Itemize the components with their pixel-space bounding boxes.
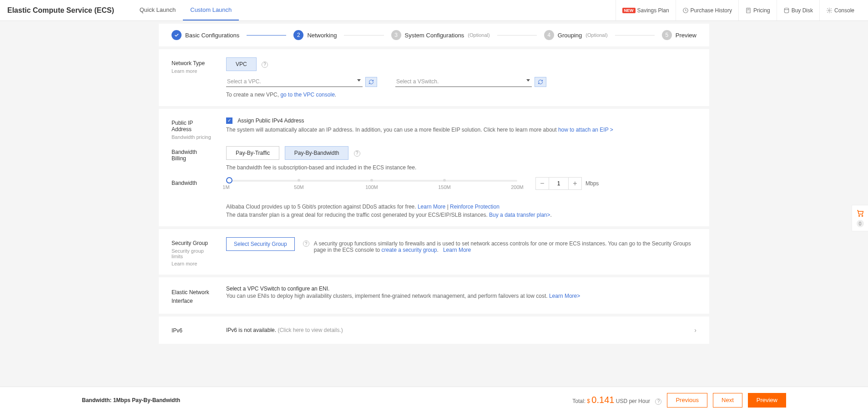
new-badge: NEW <box>622 8 636 13</box>
step-networking[interactable]: 2 Networking <box>293 30 337 40</box>
chevron-right-icon: › <box>694 326 696 334</box>
svg-point-3 <box>828 10 830 11</box>
vpc-refresh-button[interactable] <box>365 77 377 87</box>
security-group-label: Security Group Security group limits Lea… <box>172 237 212 266</box>
slider-thumb[interactable] <box>226 177 232 184</box>
header-actions: NEW Savings Plan Purchase History Pricin… <box>616 0 861 20</box>
billing-note: The bandwidth fee is subscription-based … <box>226 164 696 171</box>
assign-ipv4-label: Assign Public IPv4 Address <box>237 117 304 124</box>
buy-data-transfer-link[interactable]: Buy a data transfer plan> <box>489 212 550 218</box>
vswitch-select[interactable]: Select a VSwitch. <box>395 76 532 87</box>
chevron-down-icon <box>357 79 361 82</box>
svg-point-5 <box>862 215 863 216</box>
svg-point-4 <box>858 215 859 216</box>
step-system[interactable]: 3 System Configurations (Optional) <box>391 30 490 40</box>
sg-limits-link[interactable]: Security group limits <box>172 248 212 259</box>
bandwidth-input[interactable] <box>549 178 569 189</box>
bandwidth-increase-button[interactable]: + <box>569 178 581 189</box>
eni-line1: Select a VPC VSwitch to configure an ENI… <box>226 286 696 292</box>
console-link[interactable]: Console <box>819 0 861 20</box>
check-icon <box>172 30 182 40</box>
eni-label: Elastic Network Interface <box>172 286 212 306</box>
cart-icon <box>856 209 864 217</box>
tab-quick-launch[interactable]: Quick Launch <box>132 0 183 20</box>
bandwidth-pricing-link[interactable]: Bandwidth pricing <box>172 134 212 140</box>
refresh-icon <box>538 79 543 85</box>
pay-by-traffic-option[interactable]: Pay-By-Traffic <box>226 146 279 160</box>
eip-learn-link[interactable]: how to attach an EIP > <box>558 127 613 133</box>
public-ip-label: Public IP Address Bandwidth pricing <box>172 117 212 140</box>
step-preview[interactable]: 5 Preview <box>662 30 696 40</box>
vpc-create-note: To create a new VPC, go to the VPC conso… <box>226 92 696 98</box>
help-icon[interactable]: ? <box>354 150 360 157</box>
create-security-group-link[interactable]: create a security group <box>381 247 437 253</box>
calculator-icon <box>745 7 752 14</box>
wizard-steps: Basic Configurations 2 Networking 3 Syst… <box>159 24 709 46</box>
sg-desc: A security group functions similarly to … <box>314 237 696 253</box>
reinforce-protection-link[interactable]: Reinforce Protection <box>450 204 500 210</box>
vswitch-refresh-button[interactable] <box>535 77 546 87</box>
page-header: Elastic Compute Service (ECS) Quick Laun… <box>0 0 868 21</box>
svg-point-2 <box>784 8 788 10</box>
eni-learn-more-link[interactable]: Learn More> <box>549 293 580 299</box>
bandwidth-slider[interactable]: 1M 50M 100M 150M 200M <box>226 177 517 191</box>
bandwidth-stepper: − + <box>535 177 582 190</box>
page-title: Elastic Compute Service (ECS) <box>7 6 114 15</box>
eni-panel: Elastic Network Interface Select a VPC V… <box>159 277 709 314</box>
bandwidth-unit: Mbps <box>585 177 599 190</box>
sg-learn-more-link[interactable]: Learn more <box>172 261 212 266</box>
cart-widget[interactable]: 0 <box>852 205 868 231</box>
bandwidth-decrease-button[interactable]: − <box>536 178 549 189</box>
public-ip-panel: Public IP Address Bandwidth pricing ✓ As… <box>159 109 709 226</box>
vpc-option[interactable]: VPC <box>226 57 257 71</box>
security-group-panel: Security Group Security group limits Lea… <box>159 229 709 275</box>
buy-disk-link[interactable]: Buy Disk <box>777 0 819 20</box>
ipv6-details-toggle[interactable]: IPv6 is not available. (Click here to vi… <box>226 325 696 336</box>
cart-count: 0 <box>857 220 864 227</box>
bandwidth-billing-label: Bandwidth Billing <box>172 146 212 171</box>
gear-icon <box>826 7 833 14</box>
purchase-history-link[interactable]: Purchase History <box>676 0 738 20</box>
data-transfer-note: The data transfer plan is a great deal f… <box>226 212 696 218</box>
disk-icon <box>783 7 790 14</box>
ddos-learn-more-link[interactable]: Learn More <box>418 204 445 210</box>
pricing-link[interactable]: Pricing <box>738 0 777 20</box>
eni-line2: You can use ENIs to deploy high availabi… <box>226 293 696 299</box>
step-grouping[interactable]: 4 Grouping (Optional) <box>544 30 608 40</box>
savings-plan-link[interactable]: NEW Savings Plan <box>616 0 676 20</box>
public-ip-desc: The system will automatically allocate a… <box>226 127 696 133</box>
step-basic[interactable]: Basic Configurations <box>172 30 239 40</box>
refresh-icon <box>368 79 374 85</box>
svg-rect-1 <box>747 8 750 13</box>
vpc-select[interactable]: Select a VPC. <box>226 76 363 87</box>
help-icon[interactable]: ? <box>262 61 268 68</box>
ddos-note: Alibaba Cloud provides up to 5 Gbit/s pr… <box>226 204 696 210</box>
assign-ipv4-checkbox[interactable]: ✓ <box>226 117 232 124</box>
select-security-group-button[interactable]: Select Security Group <box>226 237 295 251</box>
network-type-label: Network Type Learn more <box>172 57 212 98</box>
header-tabs: Quick Launch Custom Launch <box>132 0 239 20</box>
sg-learn-more2-link[interactable]: Learn More <box>443 247 471 253</box>
ipv6-label: IPv6 <box>172 325 212 336</box>
help-icon[interactable]: ? <box>303 240 309 247</box>
tab-custom-launch[interactable]: Custom Launch <box>183 0 239 20</box>
pay-by-bandwidth-option[interactable]: Pay-By-Bandwidth <box>285 146 349 160</box>
clock-icon <box>682 7 689 14</box>
network-type-panel: Network Type Learn more VPC ? Select a V… <box>159 49 709 106</box>
ipv6-panel: IPv6 IPv6 is not available. (Click here … <box>159 316 709 344</box>
network-learn-more[interactable]: Learn more <box>172 68 212 74</box>
vpc-console-link[interactable]: go to the VPC console <box>280 92 334 98</box>
bandwidth-label: Bandwidth <box>172 177 212 218</box>
chevron-down-icon <box>526 79 530 82</box>
